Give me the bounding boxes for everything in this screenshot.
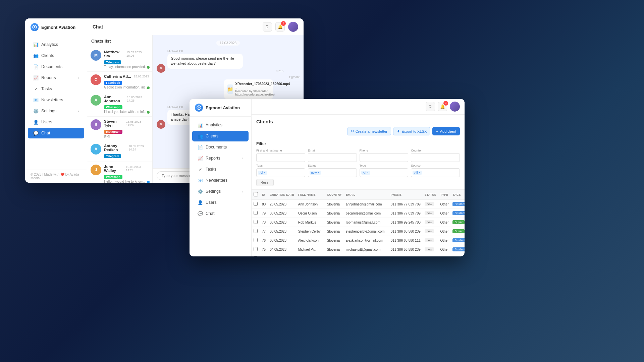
- add-client-button[interactable]: + Add client: [432, 127, 460, 135]
- cell-email: annjohnson@gmail.com: [344, 200, 389, 209]
- chat-sidebar: Egmont Aviation 📊 Analytics 👥 Clients 📄 …: [25, 18, 87, 183]
- table-row[interactable]: 78 08.05.2023 Rob Markus Slovenia robmar…: [252, 218, 465, 227]
- filter-tags-field: Tags All ×: [256, 164, 305, 177]
- table-row[interactable]: 80 26.05.2023 Ann Johnson Slovenia annjo…: [252, 200, 465, 209]
- logo-icon: [31, 23, 39, 31]
- list-item[interactable]: A Antony Redken 10.05.2023 14:24 Telegra…: [87, 141, 152, 162]
- filter-status-select[interactable]: new ×: [308, 168, 357, 177]
- chat-item-time: 10.05.2023 14:24: [128, 144, 149, 151]
- clients-sidebar-settings[interactable]: ⚙️ Settings ›: [192, 186, 249, 197]
- list-item[interactable]: J John Walley 10.05.2023 14:24 Whatsapp …: [87, 162, 152, 183]
- message-sender: Michael Pitt: [167, 50, 283, 53]
- table-row[interactable]: 73 01.05.2023 Anthony Redken Slovenia an…: [252, 254, 465, 257]
- cell-tags: Buyer: [450, 218, 465, 227]
- sidebar-item-clients[interactable]: 👥 Clients: [28, 50, 84, 61]
- row-checkbox[interactable]: [254, 202, 258, 206]
- filter-section: Filter First and last name Email Phone C…: [252, 138, 465, 190]
- notification-button[interactable]: 🔔 4: [438, 102, 447, 111]
- row-checkbox[interactable]: [254, 220, 258, 224]
- table-row[interactable]: 79 08.05.2023 Oscar Olsen Slovenia oscar…: [252, 209, 465, 218]
- filter-name-input[interactable]: [256, 153, 305, 162]
- row-checkbox[interactable]: [254, 229, 258, 233]
- clients-sidebar-users[interactable]: 👤 Users: [192, 197, 249, 208]
- filter-source-select[interactable]: All ×: [411, 168, 460, 177]
- clients-action-buttons: ✉ Create a newsletter ⬇ Export to XLSX +…: [252, 124, 465, 138]
- cell-email: michaelpitt@gmail.com: [344, 245, 389, 254]
- row-checkbox[interactable]: [254, 211, 258, 215]
- calendar-button[interactable]: 🗓: [263, 22, 272, 32]
- export-icon: ⬇: [397, 129, 400, 133]
- create-newsletter-button[interactable]: ✉ Create a newsletter: [347, 127, 391, 135]
- list-item[interactable]: A Ann Johnson 15.05.2023 14:26 Whatsapp …: [87, 92, 152, 117]
- sidebar-item-reports[interactable]: 📈 Reports ›: [28, 72, 84, 83]
- list-item[interactable]: M Matthew Sta. 15.05.2023 18:06 Telegram…: [87, 47, 152, 72]
- filter-phone-input[interactable]: [360, 153, 409, 162]
- col-phone: PHONE: [389, 190, 423, 200]
- cell-name: Rob Markus: [296, 218, 325, 227]
- message-time: 09:15: [167, 69, 283, 73]
- sidebar-item-newsletters[interactable]: 📧 Newsletters: [28, 95, 84, 105]
- sidebar-item-settings[interactable]: ⚙️ Settings ›: [28, 106, 84, 116]
- list-item[interactable]: C Catherina Atl... 15.05.2023 Facebook G…: [87, 72, 152, 92]
- clients-icon: 👥: [33, 53, 39, 58]
- cell-type: Other: [438, 245, 450, 254]
- cell-tags: Buyer: [450, 227, 465, 236]
- row-checkbox[interactable]: [254, 247, 258, 251]
- table-row[interactable]: 76 08.05.2023 Alex Klarkson Slovenia ale…: [252, 236, 465, 245]
- clients-topbar: 🗓 🔔 4: [252, 99, 465, 115]
- filter-country-input[interactable]: [411, 153, 460, 162]
- chat-item-name: John Walley: [104, 165, 126, 173]
- table-row[interactable]: 75 04.05.2023 Michael Pitt Slovenia mich…: [252, 245, 465, 254]
- chat-platform-tag: Telegram: [104, 154, 121, 158]
- sidebar-item-tasks[interactable]: ✓ Tasks: [28, 83, 84, 94]
- clients-table: ID CREATION DATE FULL NAME COUNTRY EMAIL…: [252, 190, 465, 256]
- cell-id: 80: [260, 200, 268, 209]
- user-avatar[interactable]: [450, 102, 460, 112]
- user-avatar[interactable]: [288, 22, 298, 32]
- newsletter-icon: ✉: [351, 129, 354, 133]
- select-all-checkbox[interactable]: [254, 192, 258, 196]
- sidebar-item-users[interactable]: 👤 Users: [28, 117, 84, 127]
- notification-button[interactable]: 🔔 4: [275, 22, 285, 32]
- chat-preview: Geolocation information, inci...: [104, 85, 149, 89]
- clients-sidebar-documents[interactable]: 📄 Documents: [192, 142, 249, 153]
- sidebar-item-analytics[interactable]: 📊 Analytics: [28, 39, 84, 50]
- clients-sidebar-reports[interactable]: 📈 Reports ›: [192, 153, 249, 164]
- row-checkbox[interactable]: [254, 238, 258, 242]
- cell-name: Stephen Cerby: [296, 227, 325, 236]
- table-row[interactable]: 77 08.05.2023 Stephen Cerby Slovenia ste…: [252, 227, 465, 236]
- clients-sidebar-newsletters[interactable]: 📧 Newsletters: [192, 175, 249, 186]
- row-checkbox[interactable]: [254, 256, 258, 256]
- filter-tags-select[interactable]: All ×: [256, 168, 305, 177]
- list-item[interactable]: S Steven Tyler 15.05.2023 14:26 Instagra…: [87, 117, 152, 141]
- clients-sidebar-tasks[interactable]: ✓ Tasks: [192, 164, 249, 175]
- cell-email: alexklarkson@gmail.com: [344, 236, 389, 245]
- chat-item-name: Steven Tyler: [104, 119, 126, 127]
- chat-platform-tag: Whatsapp: [104, 175, 122, 179]
- sidebar-logo[interactable]: Egmont Aviation: [25, 18, 87, 36]
- clients-sidebar-analytics[interactable]: 📊 Analytics: [192, 120, 249, 130]
- cell-country: Slovenia: [325, 236, 344, 245]
- avatar: S: [91, 119, 101, 130]
- clients-sidebar-logo[interactable]: Egmont Aviation: [190, 99, 251, 117]
- filter-type-select[interactable]: All ×: [360, 168, 409, 177]
- export-xlsx-button[interactable]: ⬇ Export to XLSX: [393, 127, 430, 135]
- cell-type: Other: [438, 227, 450, 236]
- filter-email-input[interactable]: [308, 153, 357, 162]
- filter-row-1: First and last name Email Phone Country: [256, 149, 460, 162]
- clients-sidebar-clients[interactable]: 👥 Clients: [192, 131, 249, 141]
- cell-name: Oscar Olsen: [296, 209, 325, 218]
- calendar-button[interactable]: 🗓: [426, 102, 435, 111]
- reset-filter-button[interactable]: Reset: [256, 179, 274, 186]
- cell-date: 08.05.2023: [268, 236, 296, 245]
- filter-status-field: Status new ×: [308, 164, 357, 177]
- cell-name: Michael Pitt: [296, 245, 325, 254]
- cell-country: Slovenia: [325, 227, 344, 236]
- newsletters-icon: 📧: [198, 178, 203, 183]
- sidebar-item-chat[interactable]: 💬 Chat: [28, 128, 84, 138]
- chat-header: Chat 🗓 🔔 4: [87, 18, 304, 35]
- sidebar-item-documents[interactable]: 📄 Documents: [28, 61, 84, 72]
- file-message: 📁 XRecorder_17032023_132606.mp4 ↓ Record…: [224, 79, 273, 99]
- clients-sidebar-chat[interactable]: 💬 Chat: [192, 208, 249, 219]
- users-icon: 👤: [33, 119, 39, 125]
